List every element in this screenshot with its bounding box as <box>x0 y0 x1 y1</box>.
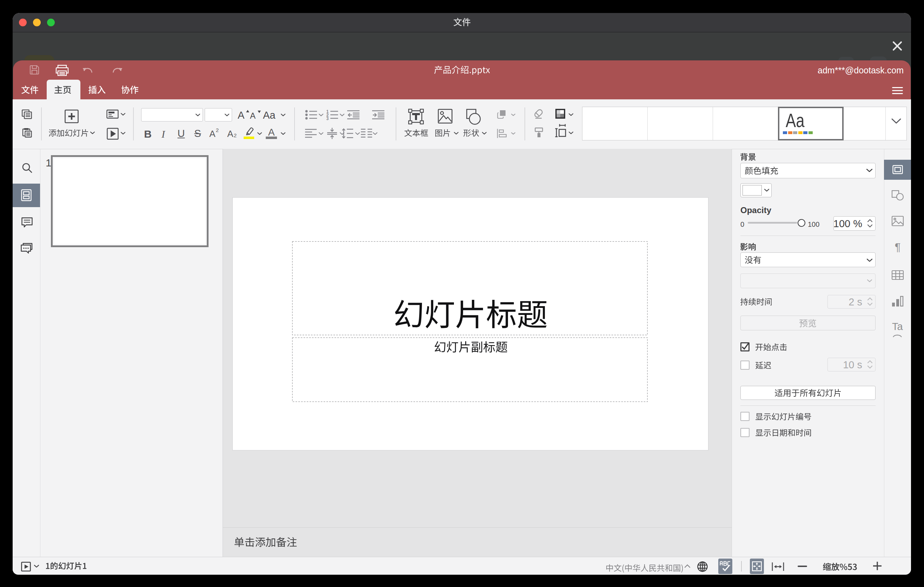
svg-text:3: 3 <box>327 116 329 121</box>
